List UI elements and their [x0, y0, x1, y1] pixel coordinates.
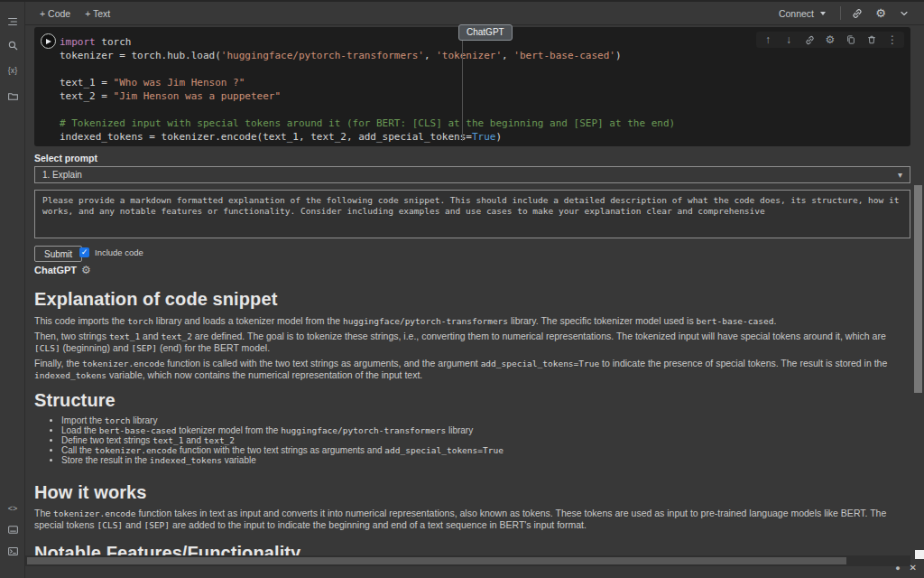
list-item: Load the bert-base-cased tokenizer model… — [61, 425, 910, 435]
connect-label: Connect — [779, 8, 814, 19]
cell-settings-gear-icon[interactable]: ⚙ — [824, 33, 836, 46]
notebook-toolbar: + Code + Text Connect ⚙ — [25, 2, 924, 25]
status-dot-icon: ● — [895, 564, 900, 573]
code-line: text_2 = "Jim Henson was a puppeteer" — [60, 89, 901, 103]
delete-cell-icon[interactable] — [865, 33, 878, 46]
list-item: Define two text strings text_1 and text_… — [61, 435, 910, 445]
table-of-contents-icon[interactable] — [0, 13, 25, 31]
structure-heading: Structure — [34, 390, 910, 411]
code-line — [60, 103, 901, 117]
more-options-icon[interactable]: ⋮ — [886, 33, 899, 46]
move-cell-up-icon[interactable]: ↑ — [762, 33, 774, 46]
include-code-label: Include code — [95, 247, 143, 257]
terminal-icon[interactable] — [0, 542, 25, 560]
include-code-checkbox[interactable]: ✓ — [79, 247, 89, 257]
list-item: Call the tokenizer.encode function with … — [61, 445, 910, 455]
response-paragraph: This code imports the torch library and … — [34, 315, 910, 327]
play-icon — [46, 39, 51, 44]
structure-list: Import the torch library Load the bert-b… — [61, 415, 910, 465]
response-header: ChatGPT ⚙ — [34, 264, 91, 276]
response-header-label: ChatGPT — [34, 265, 77, 275]
caret-down-icon — [820, 12, 826, 15]
response-paragraph: The tokenizer.encode function takes in t… — [34, 508, 910, 531]
toolbar-right-group: Connect ⚙ — [773, 6, 924, 21]
response-paragraph: Then, two strings text_1 and text_2 are … — [34, 331, 910, 354]
list-item: Store the result in the indexed_tokens v… — [61, 455, 910, 465]
vertical-scrollbar-thumb[interactable] — [914, 185, 922, 393]
scrollbar-corner — [915, 550, 924, 559]
files-folder-icon[interactable] — [0, 87, 25, 105]
close-icon[interactable]: ✕ — [910, 563, 917, 573]
prompt-select-value: 1. Explain — [42, 170, 82, 180]
chatgpt-response: Explanation of code snippet This code im… — [34, 285, 910, 564]
code-snippets-icon[interactable]: <> — [0, 499, 25, 517]
search-icon[interactable] — [0, 36, 25, 54]
bottom-status-icons: ● ✕ — [895, 563, 917, 573]
add-code-button[interactable]: + Code — [32, 5, 78, 22]
horizontal-scrollbar-thumb[interactable] — [27, 557, 846, 564]
list-item: Import the torch library — [61, 415, 910, 425]
link-icon[interactable] — [850, 6, 864, 21]
move-cell-down-icon[interactable]: ↓ — [782, 33, 795, 46]
copy-cell-icon[interactable] — [845, 33, 857, 46]
prompt-textarea[interactable]: Please provide a markdown formatted expl… — [34, 190, 910, 238]
response-title: Explanation of code snippet — [34, 289, 910, 310]
code-line: text_1 = "Who was Jim Henson ?" — [60, 76, 901, 89]
submit-button[interactable]: Submit — [34, 246, 82, 262]
tooltip-pointer-line — [462, 40, 463, 141]
panel-icon[interactable] — [0, 520, 25, 538]
response-settings-gear-icon[interactable]: ⚙ — [81, 264, 91, 276]
cell-toolbar: ↑ ↓ ⚙ ⋮ — [756, 32, 904, 48]
horizontal-scrollbar-track[interactable] — [25, 555, 910, 566]
run-cell-button[interactable] — [41, 33, 56, 49]
code-line: indexed_tokens = tokenizer.encode(text_1… — [60, 130, 901, 144]
include-code-option[interactable]: ✓ Include code — [79, 247, 143, 257]
toolbar-divider — [840, 6, 841, 20]
link-cell-icon[interactable] — [803, 33, 816, 46]
chatgpt-tooltip: ChatGPT — [458, 24, 513, 41]
connect-button[interactable]: Connect — [773, 6, 831, 21]
code-line — [60, 62, 901, 76]
code-cell: import torch tokenizer = torch.hub.load(… — [34, 27, 910, 146]
how-it-works-heading: How it works — [34, 482, 910, 503]
settings-gear-icon[interactable]: ⚙ — [873, 6, 888, 21]
response-paragraph: Finally, the tokenizer.encode function i… — [34, 358, 910, 381]
code-editor[interactable]: import torch tokenizer = torch.hub.load(… — [60, 35, 901, 144]
code-line: tokenizer = torch.hub.load('huggingface/… — [60, 49, 901, 62]
select-prompt-label: Select prompt — [34, 153, 97, 163]
variables-icon[interactable]: {x} — [0, 61, 25, 79]
prompt-select[interactable]: 1. Explain ▾ — [34, 166, 910, 183]
collapse-chevron-icon[interactable] — [897, 6, 911, 21]
code-line: # Tokenized input with special tokens ar… — [60, 117, 901, 130]
left-sidebar: {x} <> — [0, 2, 25, 578]
add-text-button[interactable]: + Text — [78, 5, 117, 22]
select-chevron-icon: ▾ — [898, 170, 902, 180]
